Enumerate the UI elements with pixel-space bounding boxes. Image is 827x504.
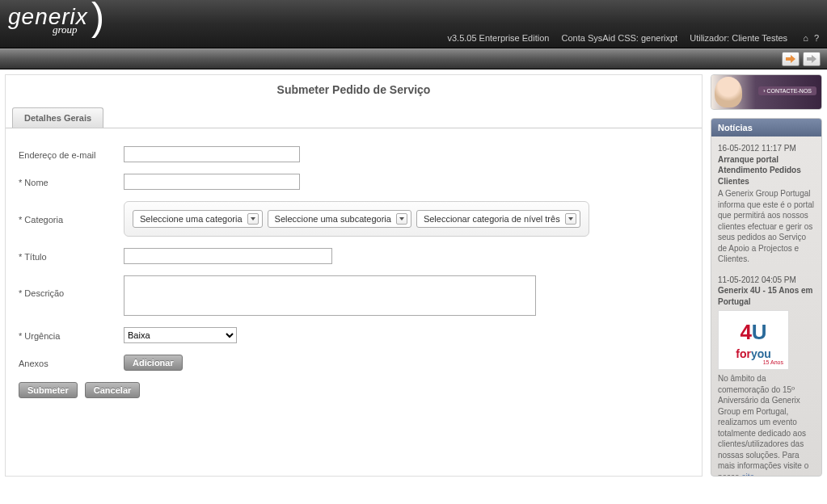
news-text-suffix: .: [754, 472, 757, 477]
chevron-down-icon: [396, 213, 407, 225]
nav-back-button[interactable]: [782, 52, 800, 66]
name-input[interactable]: [124, 174, 300, 190]
news-title: Arranque portal Atendimento Pedidos Clie…: [718, 154, 815, 187]
news-item: 11-05-2012 04:05 PM Generix 4U - 15 Anos…: [718, 275, 815, 477]
contact-widget: › CONTACTE-NOS: [711, 74, 822, 110]
sidebar: › CONTACTE-NOS Notícias 16-05-2012 11:17…: [711, 74, 822, 477]
logo-subtext: group: [53, 23, 133, 36]
news-widget: Notícias 16-05-2012 11:17 PM Arranque po…: [711, 118, 822, 477]
news-item: 16-05-2012 11:17 PM Arranque portal Aten…: [718, 143, 815, 265]
title-label: * Título: [19, 250, 124, 262]
urgency-label: * Urgência: [19, 330, 124, 341]
news-link[interactable]: site: [741, 472, 754, 477]
category-select-value: Seleccione uma categoria: [140, 214, 243, 224]
news-date: 16-05-2012 11:17 PM: [718, 144, 796, 153]
header-info: v3.5.05 Enterprise Edition Conta SysAid …: [437, 33, 819, 43]
account-label: Conta SysAid CSS: generixpt: [561, 33, 677, 43]
email-input[interactable]: [124, 146, 300, 162]
news-text: No âmbito da comemoração do 15º Aniversá…: [718, 374, 808, 476]
category3-select-value: Seleccionar categoria de nível três: [424, 214, 560, 224]
nav-forward-button[interactable]: [803, 52, 821, 66]
main-panel: Submeter Pedido de Serviço Detalhes Gera…: [5, 74, 703, 477]
subcategory-select[interactable]: Seleccione uma subcategoria: [268, 210, 411, 228]
submit-button[interactable]: Submeter: [19, 382, 78, 398]
tab-general-details[interactable]: Detalhes Gerais: [12, 107, 103, 128]
cancel-button[interactable]: Cancelar: [85, 382, 140, 398]
category-group: Seleccione uma categoria Seleccione uma …: [124, 201, 589, 237]
chevron-down-icon: [565, 213, 576, 225]
news-text: A Generix Group Portugal informa que est…: [718, 189, 814, 263]
brand-logo: generix ) group: [8, 4, 88, 43]
app-header: generix ) group v3.5.05 Enterprise Editi…: [0, 0, 827, 48]
avatar-icon: [715, 77, 742, 107]
event-logo-sub: 15 Anos: [763, 359, 783, 366]
news-title: Generix 4U - 15 Anos em Portugal: [718, 285, 815, 307]
title-input[interactable]: [124, 248, 332, 264]
contact-banner[interactable]: › CONTACTE-NOS: [711, 75, 821, 109]
news-header: Notícias: [711, 119, 821, 136]
page-title: Submeter Pedido de Serviço: [6, 75, 702, 107]
version-label: v3.5.05 Enterprise Edition: [447, 33, 549, 43]
description-label: * Descrição: [19, 275, 124, 298]
home-icon[interactable]: ⌂: [803, 33, 808, 43]
user-label: Utilizador: Cliente Testes: [690, 33, 787, 43]
subcategory-select-value: Seleccione uma subcategoria: [275, 214, 391, 224]
news-body: 16-05-2012 11:17 PM Arranque portal Aten…: [711, 136, 821, 476]
chevron-down-icon: [247, 213, 259, 225]
contact-us-button[interactable]: › CONTACTE-NOS: [758, 86, 816, 95]
nav-bar: [0, 48, 827, 69]
form-container: Endereço de e-mail * Nome * Categoria Se…: [6, 128, 702, 422]
category-select[interactable]: Seleccione uma categoria: [133, 210, 263, 228]
description-textarea[interactable]: [124, 275, 536, 316]
news-date: 11-05-2012 04:05 PM: [718, 275, 796, 284]
attachments-label: Anexos: [19, 357, 124, 368]
email-label: Endereço de e-mail: [19, 149, 124, 160]
help-icon[interactable]: ?: [814, 33, 819, 43]
add-attachment-button[interactable]: Adicionar: [124, 355, 183, 371]
name-label: * Nome: [19, 176, 124, 187]
category-label: * Categoria: [19, 213, 124, 225]
urgency-select[interactable]: Baixa: [124, 327, 237, 343]
category3-select[interactable]: Seleccionar categoria de nível três: [416, 210, 580, 228]
event-logo: 4U foryou 15 Anos: [718, 310, 789, 370]
